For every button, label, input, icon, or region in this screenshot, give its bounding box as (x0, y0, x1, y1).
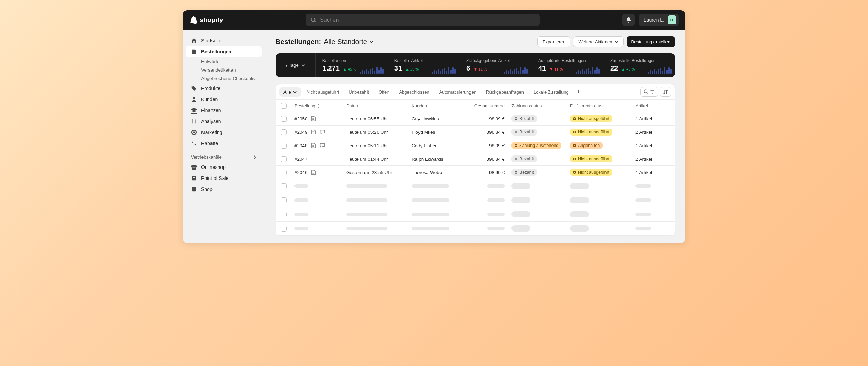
nav-products[interactable]: Produkte (186, 83, 262, 94)
location-selector[interactable]: Alle Standorte (324, 38, 373, 46)
sidebar: Startseite Bestellungen Entwürfe Versand… (183, 30, 265, 243)
row-checkbox[interactable] (281, 170, 287, 175)
stat-delta: ▼ 11 % (549, 67, 563, 71)
stats-bar: 7 Tage Bestellungen 1.271 ▲ 45 % Bestell… (276, 53, 675, 77)
order-id-cell: #2046 (294, 169, 346, 175)
nav-shipping-labels[interactable]: Versandetiketten (186, 66, 262, 74)
col-payment[interactable]: Zahlungsstatus (512, 103, 570, 108)
filter-icon (650, 89, 655, 95)
brand-logo[interactable]: shopify (189, 15, 223, 24)
tab-alle[interactable]: Alle (279, 87, 301, 97)
main-content: Bestellungen: Alle Standorte Exportieren… (265, 30, 685, 243)
tab-lokale-zustellung[interactable]: Lokale Zustellung (529, 87, 573, 97)
row-checkbox[interactable] (281, 129, 287, 135)
search-input[interactable]: Suchen (306, 14, 540, 26)
row-checkbox[interactable] (281, 226, 287, 232)
stat-card[interactable]: Zugestellte Bestellungen 22 ▲ 45 % (603, 53, 675, 77)
total-cell: 98,99 € (467, 116, 512, 121)
nav-discounts[interactable]: Rabatte (186, 138, 262, 149)
total-cell: 396,84 € (467, 130, 512, 135)
nav-finances[interactable]: Finanzen (186, 105, 262, 116)
brand-text: shopify (200, 16, 223, 24)
sparkline (648, 65, 672, 74)
order-row[interactable]: #2048 Heute um 05:11 Uhr Cody Fisher 98,… (276, 139, 675, 152)
row-checkbox[interactable] (281, 183, 287, 189)
tab-offen[interactable]: Offen (374, 87, 394, 97)
order-id-cell: #2047 (294, 157, 346, 162)
nav-customers[interactable]: Kunden (186, 94, 262, 105)
tag-icon (191, 85, 197, 92)
row-checkbox[interactable] (281, 143, 287, 149)
note-icon (310, 142, 317, 149)
tab-automatisierungen[interactable]: Automatisierungen (435, 87, 480, 97)
nav-pos[interactable]: Point of Sale (186, 173, 262, 184)
nav-shop[interactable]: Shop (186, 184, 262, 195)
payment-badge: Zahlung ausstehend (512, 142, 561, 149)
stat-card[interactable]: Zurückgegebene Artikel 6 ▼ 11 % (459, 53, 531, 77)
col-date[interactable]: Datum (346, 103, 412, 108)
target-icon (191, 129, 197, 136)
chat-icon (319, 142, 326, 149)
customer-cell: Cody Fisher (412, 143, 467, 148)
chevron-down-icon (301, 63, 306, 67)
items-cell: 1 Artikel (636, 170, 670, 175)
chat-icon (319, 129, 326, 135)
nav-home[interactable]: Startseite (186, 35, 262, 46)
items-cell: 1 Artikel (636, 143, 670, 148)
select-all-checkbox[interactable] (281, 103, 287, 109)
nav-onlinestore[interactable]: Onlineshop (186, 162, 262, 173)
tab-nicht-ausgeführt[interactable]: Nicht ausgeführt (302, 87, 343, 97)
stat-value: 1.271 (322, 64, 340, 72)
order-id-cell: #2049 (294, 129, 346, 135)
bell-icon (625, 17, 632, 23)
user-menu[interactable]: Lauren L. LL (639, 14, 679, 26)
order-row[interactable]: #2046 Gestern um 23:55 Uhr Theresa Webb … (276, 166, 675, 179)
table-header: Bestellung Datum Kunden Gesamtsumme Zahl… (276, 100, 675, 112)
row-checkbox[interactable] (281, 116, 287, 122)
nav-orders[interactable]: Bestellungen (186, 46, 262, 57)
row-checkbox[interactable] (281, 156, 287, 162)
items-cell: 2 Artikel (636, 157, 670, 162)
tab-unbezahlt[interactable]: Unbezahlt (344, 87, 373, 97)
order-row[interactable]: #2050 Heute um 06:55 Uhr Guy Hawkins 98,… (276, 112, 675, 126)
nav-abandoned-checkouts[interactable]: Abgebrochene Checkouts (186, 74, 262, 83)
add-view-button[interactable]: + (574, 87, 583, 96)
chevron-down-icon (369, 40, 373, 44)
nav-analytics[interactable]: Analysen (186, 116, 262, 127)
export-button[interactable]: Exportieren (537, 36, 570, 47)
chevron-right-icon[interactable] (253, 155, 257, 159)
row-checkbox[interactable] (281, 197, 287, 203)
stat-label: Bestellungen (322, 58, 380, 63)
date-cell: Heute um 05:11 Uhr (346, 143, 412, 148)
search-filter-button[interactable] (640, 87, 658, 97)
notifications-button[interactable] (622, 14, 635, 26)
orders-icon (191, 49, 197, 55)
search-placeholder: Suchen (320, 17, 339, 23)
col-order[interactable]: Bestellung (294, 103, 346, 108)
stat-card[interactable]: Ausgeführte Bestellungen 41 ▼ 11 % (531, 53, 603, 77)
create-order-button[interactable]: Bestellung erstellen (627, 36, 675, 47)
skeleton-row (276, 207, 675, 222)
chart-icon (191, 118, 197, 125)
stat-card[interactable]: Bestellungen 1.271 ▲ 45 % (316, 53, 388, 77)
col-fulfillment[interactable]: Fulfillmentstatus (570, 103, 636, 108)
table-tabs: AlleNicht ausgeführtUnbezahltOffenAbgesc… (276, 84, 675, 100)
col-items[interactable]: Artikel (636, 103, 670, 108)
more-actions-button[interactable]: Weitere Aktionen (573, 36, 623, 47)
order-row[interactable]: #2049 Heute um 05:20 Uhr Floyd Miles 396… (276, 126, 675, 139)
order-row[interactable]: #2047 Heute um 01:44 Uhr Ralph Edwards 3… (276, 152, 675, 166)
stat-delta: ▲ 29 % (405, 67, 419, 71)
nav-drafts[interactable]: Entwürfe (186, 57, 262, 66)
skeleton-row (276, 193, 675, 207)
date-range-selector[interactable]: 7 Tage (276, 53, 316, 77)
col-customer[interactable]: Kunden (412, 103, 467, 108)
stat-label: Ausgeführte Bestellungen (538, 58, 596, 63)
stat-card[interactable]: Bestellte Artikel 31 ▲ 29 % (388, 53, 459, 77)
row-checkbox[interactable] (281, 212, 287, 217)
tab-rückgabeanfragen[interactable]: Rückgabeanfragen (482, 87, 528, 97)
col-total[interactable]: Gesamtsumme (467, 103, 512, 108)
note-icon (310, 129, 317, 135)
nav-marketing[interactable]: Marketing (186, 127, 262, 138)
tab-abgeschlossen[interactable]: Abgeschlossen (395, 87, 433, 97)
sort-button[interactable] (660, 87, 671, 97)
